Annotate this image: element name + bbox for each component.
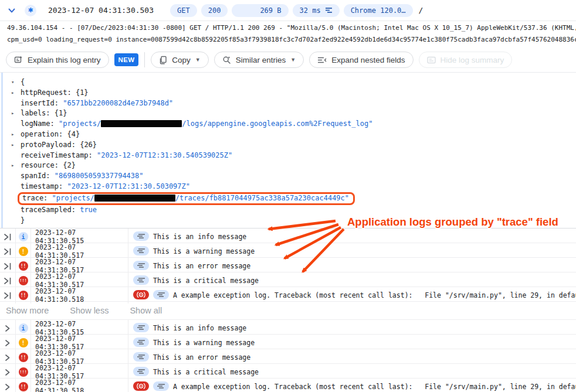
log-summary-pill-icon[interactable] bbox=[133, 261, 149, 272]
json-value: "2023-12-07T12:31:30.503097Z" bbox=[67, 182, 190, 190]
response-size-badge[interactable]: 269 B bbox=[232, 4, 288, 17]
new-badge: NEW bbox=[114, 53, 139, 66]
open-in-panel-icon[interactable] bbox=[0, 272, 15, 289]
severity-error-icon: !! bbox=[19, 261, 28, 271]
json-value: "projects/ bbox=[59, 120, 101, 128]
log-row[interactable]: i2023-12-07 04:31:30.515This is an info … bbox=[0, 320, 576, 335]
log-timestamp: 2023-12-07 04:31:30.517 bbox=[31, 243, 128, 260]
chevron-down-icon[interactable] bbox=[6, 5, 18, 16]
expand-chevron-icon[interactable] bbox=[0, 364, 15, 380]
show-all-link[interactable]: Show all bbox=[130, 306, 162, 315]
error-reporting-icon[interactable] bbox=[133, 290, 149, 301]
json-key: spanId: bbox=[21, 172, 55, 180]
ai-document-icon bbox=[14, 56, 23, 64]
explain-log-entry-button[interactable]: Explain this log entry bbox=[6, 52, 109, 68]
json-brace: } bbox=[21, 216, 25, 224]
expand-toggle-icon[interactable]: ▸ bbox=[9, 108, 21, 119]
log-list: i2023-12-07 04:31:30.515This is an info … bbox=[0, 320, 576, 392]
open-in-panel-icon[interactable] bbox=[0, 229, 15, 245]
log-summary-pill-icon[interactable] bbox=[133, 367, 149, 378]
log-timestamp: 2023-12-07 04:31:30.517 bbox=[31, 258, 128, 274]
log-summary-pill-icon[interactable] bbox=[133, 352, 149, 363]
summary-line-2: cpm_usd=0 loading_request=0 instance=008… bbox=[7, 34, 576, 46]
user-agent-badge[interactable]: Chrome 120.0… bbox=[344, 4, 413, 17]
log-summary-pill-icon[interactable] bbox=[153, 290, 169, 301]
open-in-panel-icon[interactable] bbox=[0, 243, 15, 260]
severity-cell: ! bbox=[15, 335, 31, 351]
latency-value: 32 ms bbox=[300, 6, 321, 15]
json-value: {1} bbox=[55, 109, 67, 117]
log-row[interactable]: i2023-12-07 04:31:30.515This is an info … bbox=[0, 229, 576, 243]
log-message: This is a warning message bbox=[153, 247, 255, 255]
log-row[interactable]: !!2023-12-07 04:31:30.518A example excep… bbox=[0, 287, 576, 302]
log-row[interactable]: !!2023-12-07 04:31:30.517This is an erro… bbox=[0, 349, 576, 364]
expand-nested-fields-button[interactable]: Expand nested fields bbox=[309, 52, 413, 68]
expand-toggle-icon[interactable]: ▸ bbox=[9, 161, 21, 171]
json-key: labels: bbox=[21, 109, 55, 117]
log-message: A example exception log. Traceback (most… bbox=[173, 291, 576, 299]
expand-toggle-icon[interactable]: ▸ bbox=[9, 140, 21, 151]
json-key: trace: bbox=[22, 194, 52, 202]
log-summary-pill-icon[interactable] bbox=[153, 381, 169, 392]
open-in-panel-icon[interactable] bbox=[0, 287, 15, 304]
log-message-cell: This is an info message bbox=[128, 229, 576, 245]
expand-chevron-icon[interactable] bbox=[0, 320, 15, 336]
log-message-cell: This is an error message bbox=[128, 349, 576, 366]
latency-lines-icon bbox=[325, 7, 333, 13]
severity-cell: i bbox=[15, 229, 31, 245]
expand-toggle-icon[interactable]: ▾ bbox=[9, 77, 21, 88]
copy-button[interactable]: Copy ▼ bbox=[151, 52, 208, 68]
log-message-cell: This is a warning message bbox=[128, 335, 576, 351]
similar-entries-button[interactable]: Similar entries ▼ bbox=[214, 52, 304, 68]
expand-chevron-icon[interactable] bbox=[0, 379, 15, 392]
log-row[interactable]: !!!2023-12-07 04:31:30.517This is a crit… bbox=[0, 364, 576, 379]
severity-cell: ! bbox=[15, 243, 31, 260]
log-row[interactable]: !!2023-12-07 04:31:30.517This is an erro… bbox=[0, 258, 576, 272]
log-summary-panel-icon bbox=[427, 56, 436, 64]
severity-critical-icon: !!! bbox=[19, 367, 28, 377]
log-row[interactable]: !2023-12-07 04:31:30.517This is a warnin… bbox=[0, 243, 576, 258]
log-message-cell: This is a critical message bbox=[128, 364, 576, 380]
json-key: protoPayload: bbox=[21, 141, 80, 149]
show-more-link[interactable]: Show more bbox=[6, 306, 49, 315]
hide-log-summary-label: Hide log summary bbox=[441, 56, 504, 64]
log-timestamp: 2023-12-07 04:31:30.517 bbox=[31, 272, 128, 289]
expand-chevron-icon[interactable] bbox=[0, 349, 15, 366]
show-less-link[interactable]: Show less bbox=[70, 306, 109, 315]
log-summary-pill-icon[interactable] bbox=[133, 275, 149, 287]
log-entry-header-row[interactable]: ✱ 2023-12-07 04:31:30.503 GET 200 269 B … bbox=[0, 0, 576, 21]
json-value: {2} bbox=[63, 161, 76, 169]
error-reporting-icon[interactable] bbox=[133, 381, 149, 392]
log-timestamp: 2023-12-07 04:31:30.515 bbox=[31, 229, 128, 245]
severity-any-asterisk-icon: ✱ bbox=[25, 5, 36, 16]
log-summary-pill-icon[interactable] bbox=[133, 338, 149, 349]
http-status-badge[interactable]: 200 bbox=[201, 4, 228, 17]
log-summary-pill-icon[interactable] bbox=[133, 246, 149, 257]
severity-warning-icon: ! bbox=[19, 338, 28, 347]
json-field-row: ▸protoPayload: {26} bbox=[3, 140, 576, 151]
chevron-down-icon: ▼ bbox=[195, 57, 201, 63]
json-key: logName: bbox=[21, 120, 59, 128]
log-row[interactable]: !!!2023-12-07 04:31:30.517This is a crit… bbox=[0, 272, 576, 287]
http-method-badge[interactable]: GET bbox=[170, 4, 197, 17]
log-row[interactable]: !!2023-12-07 04:31:30.518A example excep… bbox=[0, 379, 576, 392]
log-entry-toolbar: Explain this log entry NEW Copy ▼ Simila… bbox=[0, 47, 576, 73]
expand-chevron-icon[interactable] bbox=[0, 335, 15, 351]
severity-cell: !! bbox=[15, 287, 31, 304]
log-row[interactable]: !2023-12-07 04:31:30.517This is a warnin… bbox=[0, 335, 576, 349]
trace-field-highlight-box: trace: "projects//traces/fb8817044975ac3… bbox=[18, 192, 355, 205]
severity-critical-icon: !!! bbox=[19, 276, 28, 285]
annotation-text: Application logs grouped by "trace" fiel… bbox=[347, 216, 558, 229]
hide-log-summary-button: Hide log summary bbox=[419, 52, 513, 68]
log-summary-lines: 49.36.104.154 - - [07/Dec/2023:04:31:30 … bbox=[0, 21, 576, 47]
log-summary-pill-icon[interactable] bbox=[133, 323, 149, 334]
log-timestamp: 2023-12-07 04:31:30.515 bbox=[31, 320, 128, 336]
log-message: This is a critical message bbox=[153, 368, 259, 376]
latency-badge[interactable]: 32 ms bbox=[293, 4, 340, 17]
expand-toggle-icon[interactable]: ▸ bbox=[9, 129, 21, 140]
expand-toggle-icon[interactable]: ▸ bbox=[9, 88, 21, 98]
log-summary-pill-icon[interactable] bbox=[133, 231, 149, 243]
severity-error-icon: !! bbox=[19, 382, 28, 391]
open-in-panel-icon[interactable] bbox=[0, 258, 15, 274]
log-message: A example exception log. Traceback (most… bbox=[173, 383, 576, 391]
